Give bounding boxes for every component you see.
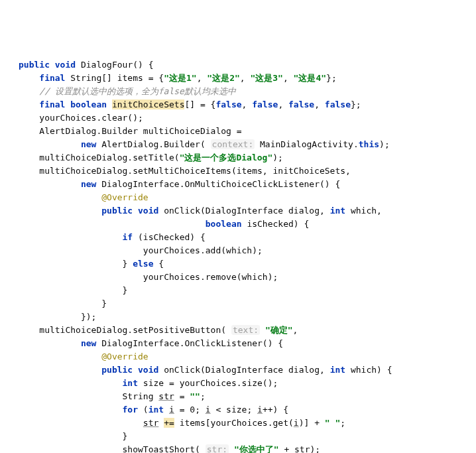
t: @Override bbox=[19, 192, 149, 202]
t: // 设置默认选中的选项，全为false默认均未选中 bbox=[19, 86, 236, 96]
t: yourChoices.remove(which); bbox=[19, 272, 278, 282]
t: showToastShort( str: "你选中了" + str); bbox=[19, 444, 320, 453]
t: new AlertDialog.Builder( context: MainDi… bbox=[19, 139, 390, 149]
t: public void onClick(DialogInterface dial… bbox=[19, 365, 392, 375]
t: } bbox=[19, 285, 127, 295]
t: new DialogInterface.OnMultiChoiceClickLi… bbox=[19, 179, 340, 189]
t: AlertDialog.Builder multiChoiceDialog = bbox=[19, 126, 242, 136]
t: yourChoices.add(which); bbox=[19, 245, 263, 255]
t: } bbox=[19, 431, 127, 441]
t: for (int i = 0; i < size; i++) { bbox=[19, 405, 288, 415]
t: }); bbox=[19, 312, 96, 322]
code-block: public void DialogFour() { final String[… bbox=[19, 58, 476, 453]
t: final String[] items = {"这是1", "这是2", "这… bbox=[19, 73, 337, 83]
t: public void DialogFour() { bbox=[19, 60, 154, 70]
t: } bbox=[19, 298, 107, 308]
t: public void onClick(DialogInterface dial… bbox=[19, 206, 382, 216]
t: if (isChecked) { bbox=[19, 232, 206, 242]
t: String str = ""; bbox=[19, 391, 206, 401]
t: multiChoiceDialog.setMultiChoiceItems(it… bbox=[19, 166, 351, 176]
t: str += items[yourChoices.get(i)] + " "; bbox=[19, 418, 345, 428]
t: multiChoiceDialog.setTitle("这是一个多选Dialog… bbox=[19, 153, 283, 162]
t: final boolean initChoiceSets[] = {false,… bbox=[19, 99, 361, 109]
t: @Override bbox=[19, 352, 149, 361]
t: multiChoiceDialog.setPositiveButton( tex… bbox=[19, 325, 298, 335]
t: int size = yourChoices.size(); bbox=[19, 378, 278, 388]
t: } else { bbox=[19, 259, 164, 269]
t: boolean isChecked) { bbox=[19, 219, 309, 229]
t: yourChoices.clear(); bbox=[19, 113, 143, 123]
t: new DialogInterface.OnClickListener() { bbox=[19, 338, 283, 348]
